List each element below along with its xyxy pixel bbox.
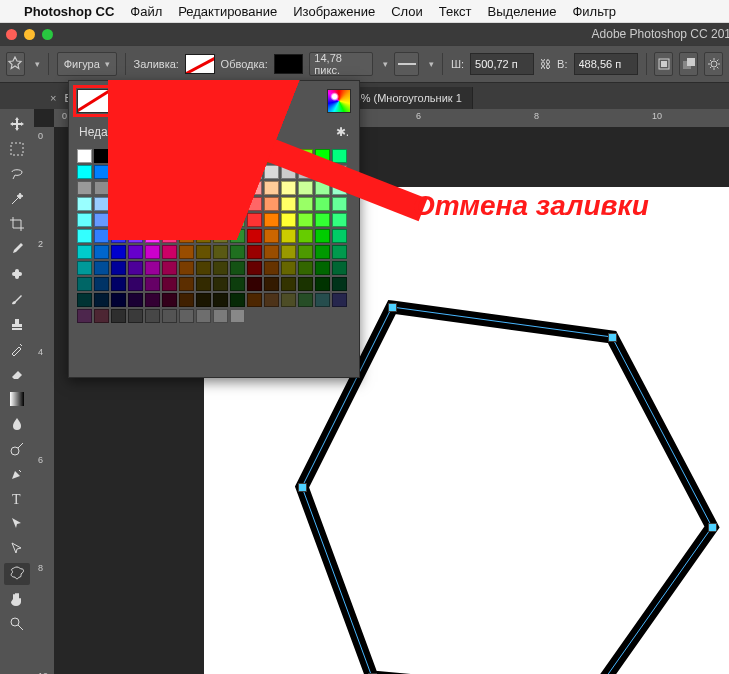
color-swatch[interactable] — [213, 165, 228, 179]
fill-type-solid[interactable] — [115, 89, 147, 113]
color-swatch[interactable] — [77, 165, 92, 179]
menu-image[interactable]: Изображение — [293, 4, 375, 19]
menu-text[interactable]: Текст — [439, 4, 472, 19]
color-swatch[interactable] — [111, 149, 126, 163]
transform-handle[interactable] — [298, 483, 307, 492]
lasso-tool-icon[interactable] — [4, 163, 30, 185]
color-swatch[interactable] — [315, 213, 330, 227]
color-swatch[interactable] — [111, 309, 126, 323]
color-swatch[interactable] — [111, 261, 126, 275]
color-swatch[interactable] — [179, 261, 194, 275]
color-swatch[interactable] — [298, 245, 313, 259]
color-swatch[interactable] — [145, 293, 160, 307]
color-swatch[interactable] — [281, 165, 296, 179]
color-swatch[interactable] — [94, 261, 109, 275]
color-swatch[interactable] — [196, 197, 211, 211]
color-swatch[interactable] — [145, 165, 160, 179]
stroke-width-input[interactable]: 14,78 пикс. — [309, 52, 373, 76]
color-swatch[interactable] — [298, 181, 313, 195]
color-swatch[interactable] — [179, 293, 194, 307]
color-swatch[interactable] — [315, 197, 330, 211]
color-swatch[interactable] — [213, 293, 228, 307]
color-swatch[interactable] — [94, 277, 109, 291]
color-swatch[interactable] — [179, 213, 194, 227]
fill-type-pattern[interactable] — [191, 89, 223, 113]
color-swatch[interactable] — [315, 293, 330, 307]
color-swatch[interactable] — [264, 245, 279, 259]
color-swatch[interactable] — [145, 245, 160, 259]
color-swatch[interactable] — [179, 181, 194, 195]
color-swatch[interactable] — [247, 181, 262, 195]
heal-tool-icon[interactable] — [4, 263, 30, 285]
color-swatch[interactable] — [213, 149, 228, 163]
color-swatch[interactable] — [298, 293, 313, 307]
color-swatch[interactable] — [179, 277, 194, 291]
color-swatch[interactable] — [179, 149, 194, 163]
color-swatch[interactable] — [315, 277, 330, 291]
color-swatch[interactable] — [77, 261, 92, 275]
color-swatch[interactable] — [94, 181, 109, 195]
color-swatch[interactable] — [162, 245, 177, 259]
color-swatch[interactable] — [145, 309, 160, 323]
color-swatch[interactable] — [77, 149, 92, 163]
color-swatch[interactable] — [162, 165, 177, 179]
color-swatch[interactable] — [315, 229, 330, 243]
color-swatch[interactable] — [128, 197, 143, 211]
color-swatch[interactable] — [77, 213, 92, 227]
path-select-tool-icon[interactable] — [4, 513, 30, 535]
color-swatch[interactable] — [332, 229, 347, 243]
color-swatch[interactable] — [162, 309, 177, 323]
blur-tool-icon[interactable] — [4, 413, 30, 435]
color-swatch[interactable] — [128, 277, 143, 291]
fill-type-gradient[interactable] — [153, 89, 185, 113]
color-swatch[interactable] — [128, 261, 143, 275]
chevron-down-icon[interactable]: ▾ — [429, 59, 434, 69]
fill-swatch[interactable] — [185, 54, 215, 74]
fill-type-none[interactable] — [77, 89, 109, 113]
color-swatch[interactable] — [213, 197, 228, 211]
color-swatch[interactable] — [298, 229, 313, 243]
color-swatch[interactable] — [77, 277, 92, 291]
color-swatch[interactable] — [332, 277, 347, 291]
color-swatch[interactable] — [111, 197, 126, 211]
stroke-style-select[interactable] — [394, 52, 419, 76]
color-swatch[interactable] — [213, 277, 228, 291]
color-swatch[interactable] — [247, 277, 262, 291]
color-swatch[interactable] — [111, 277, 126, 291]
tool-preset-icon[interactable] — [6, 52, 25, 76]
color-swatch[interactable] — [315, 165, 330, 179]
color-swatch[interactable] — [332, 165, 347, 179]
color-swatch[interactable] — [264, 165, 279, 179]
color-swatch[interactable] — [332, 293, 347, 307]
color-swatch[interactable] — [298, 213, 313, 227]
panel-menu-gear-icon[interactable]: ✱. — [336, 125, 349, 139]
menu-file[interactable]: Файл — [130, 4, 162, 19]
color-swatch[interactable] — [230, 277, 245, 291]
color-swatch[interactable] — [145, 149, 160, 163]
color-swatch[interactable] — [196, 309, 211, 323]
color-swatch[interactable] — [247, 165, 262, 179]
color-swatch[interactable] — [94, 213, 109, 227]
color-swatch[interactable] — [230, 245, 245, 259]
color-swatch[interactable] — [128, 149, 143, 163]
color-swatch[interactable] — [213, 213, 228, 227]
brush-tool-icon[interactable] — [4, 288, 30, 310]
transform-handle[interactable] — [708, 523, 717, 532]
color-swatch[interactable] — [281, 197, 296, 211]
color-swatch[interactable] — [213, 181, 228, 195]
stroke-swatch[interactable] — [274, 54, 304, 74]
color-swatch[interactable] — [94, 229, 109, 243]
color-swatch[interactable] — [247, 149, 262, 163]
window-zoom-icon[interactable] — [42, 29, 53, 40]
color-swatch[interactable] — [213, 309, 228, 323]
color-swatch[interactable] — [332, 213, 347, 227]
color-swatch[interactable] — [94, 165, 109, 179]
transform-handle[interactable] — [388, 303, 397, 312]
chevron-down-icon[interactable]: ▾ — [383, 59, 388, 69]
color-swatch[interactable] — [247, 293, 262, 307]
color-swatch[interactable] — [196, 277, 211, 291]
color-swatch[interactable] — [179, 245, 194, 259]
color-swatch[interactable] — [111, 213, 126, 227]
color-swatch[interactable] — [264, 277, 279, 291]
color-swatch[interactable] — [230, 197, 245, 211]
